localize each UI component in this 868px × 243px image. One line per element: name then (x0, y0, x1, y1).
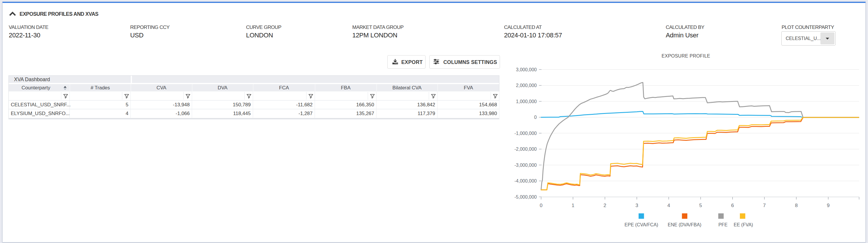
svg-text:5: 5 (699, 203, 702, 208)
svg-text:EE (FVA): EE (FVA) (734, 222, 753, 227)
svg-text:PFE: PFE (718, 222, 727, 227)
svg-text:ENE (DVA/FBA): ENE (DVA/FBA) (668, 222, 701, 227)
svg-text:EXPOSURE PROFILE: EXPOSURE PROFILE (662, 54, 710, 58)
svg-text:-2,000,000: -2,000,000 (514, 147, 537, 152)
svg-text:3,000,000: 3,000,000 (516, 67, 537, 72)
svg-text:1: 1 (572, 203, 575, 208)
svg-text:-4,000,000: -4,000,000 (514, 178, 537, 183)
svg-text:0: 0 (534, 115, 537, 120)
svg-text:1,000,000: 1,000,000 (516, 99, 537, 104)
svg-text:2,000,000: 2,000,000 (516, 83, 537, 88)
svg-text:-1,000,000: -1,000,000 (514, 131, 537, 136)
svg-text:7: 7 (763, 203, 766, 208)
svg-text:4: 4 (667, 203, 670, 208)
svg-text:-5,000,000: -5,000,000 (514, 194, 537, 200)
svg-text:2: 2 (603, 203, 606, 208)
svg-text:EPE (CVA/FCA): EPE (CVA/FCA) (625, 222, 658, 227)
svg-text:6: 6 (731, 203, 734, 208)
svg-text:9: 9 (827, 203, 830, 208)
svg-text:3: 3 (636, 203, 638, 208)
svg-text:8: 8 (795, 203, 798, 208)
svg-text:0: 0 (540, 203, 542, 208)
svg-text:-3,000,000: -3,000,000 (514, 163, 537, 168)
